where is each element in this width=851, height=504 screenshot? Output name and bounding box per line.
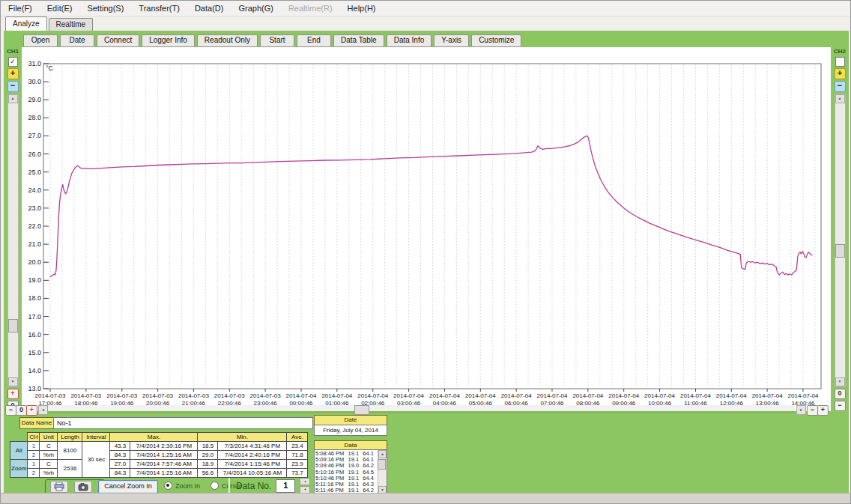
toolbar-button-open[interactable]: Open bbox=[23, 34, 58, 47]
stats-max-value: 27.0 bbox=[110, 460, 130, 469]
stats-header-max: Max. bbox=[110, 433, 198, 442]
export-icon-group bbox=[45, 479, 105, 494]
stats-group-all: All bbox=[10, 442, 28, 460]
toolbar-button-connect[interactable]: Connect bbox=[97, 34, 139, 47]
y-tick-label: 25.0 bbox=[28, 168, 41, 176]
y-tick-label: 16.0 bbox=[28, 331, 41, 338]
y-tick-label: 29.0 bbox=[28, 96, 41, 103]
toolbar-button-customize[interactable]: Customize bbox=[471, 34, 521, 47]
cancel-zoom-in-button[interactable]: Cancel Zoom In bbox=[98, 480, 158, 494]
spin-up-icon[interactable]: ▲ bbox=[300, 478, 310, 485]
stats-ave-value: 71.8 bbox=[287, 451, 308, 460]
menu-item-realtime: Realtime(R) bbox=[281, 1, 340, 16]
zero-icon: 0 bbox=[19, 406, 23, 413]
data-no-input[interactable]: 1 bbox=[276, 479, 295, 493]
stats-ave-value: 73.7 bbox=[287, 469, 308, 478]
menu-item-setting[interactable]: Setting(S) bbox=[79, 1, 131, 16]
y-tick-label: 15.0 bbox=[28, 349, 41, 356]
menu-item-help[interactable]: Help(H) bbox=[340, 1, 384, 16]
toolbar-button-logger-info[interactable]: Logger Info bbox=[142, 34, 195, 47]
stats-ch: 2 bbox=[28, 469, 40, 478]
ch2-zoom-out-button[interactable]: − bbox=[835, 81, 846, 92]
stats-unit: C bbox=[40, 460, 58, 469]
toolbar-button-start[interactable]: Start bbox=[260, 34, 294, 47]
ch1-zoom-in-button[interactable]: + bbox=[7, 68, 19, 79]
ch2-visibility-checkbox[interactable] bbox=[835, 57, 845, 67]
y-tick-label: 19.0 bbox=[28, 276, 41, 284]
data-name-value[interactable]: No-1 bbox=[53, 417, 313, 429]
stats-max-time: 7/4/2014 7:57:46 AM bbox=[130, 460, 198, 469]
toolbar-button-readout-only[interactable]: Readout Only bbox=[197, 34, 258, 47]
toolbar-button-data-table[interactable]: Data Table bbox=[333, 34, 384, 47]
toolbar-button-end[interactable]: End bbox=[297, 34, 331, 47]
stats-group-zoom: Zoom bbox=[10, 460, 28, 478]
menu-item-edit[interactable]: Edit(E) bbox=[40, 1, 80, 16]
data-listbox[interactable]: 5:08:46 PM19.164.15:09:16 PM19.164.15:09… bbox=[314, 449, 387, 495]
stats-ave-value: 23.4 bbox=[287, 442, 308, 451]
plus-icon: + bbox=[30, 406, 34, 413]
scroll-up-icon[interactable]: ▲ bbox=[8, 94, 18, 103]
stats-blank-cell bbox=[10, 433, 28, 442]
printer-icon bbox=[54, 482, 64, 491]
scroll-down-icon[interactable]: ▼ bbox=[8, 377, 18, 386]
stats-max-value: 84.3 bbox=[110, 451, 130, 460]
toolbar-button-y-axis[interactable]: Y-axis bbox=[434, 34, 469, 47]
data-list-thumb[interactable] bbox=[378, 459, 386, 470]
stats-max-time: 7/4/2014 1:25:16 AM bbox=[130, 451, 198, 460]
menu-item-data[interactable]: Data(D) bbox=[187, 1, 231, 16]
scroll-up-icon[interactable]: ▲ bbox=[835, 94, 845, 103]
capture-button[interactable] bbox=[74, 481, 92, 493]
stats-max-value: 84.3 bbox=[110, 469, 130, 478]
y-tick-label: 17.0 bbox=[28, 313, 41, 321]
menu-item-transfer[interactable]: Transfer(T) bbox=[131, 1, 187, 16]
menu-item-graph[interactable]: Graph(G) bbox=[231, 1, 280, 16]
stats-unit: %rh bbox=[40, 451, 58, 460]
ch1-axis-scrollbar[interactable]: ▲ ▼ bbox=[7, 94, 19, 387]
y-tick-label: 24.0 bbox=[28, 186, 41, 194]
ch1-zoom-out-button[interactable]: − bbox=[7, 81, 19, 92]
y-tick-label: 13.0 bbox=[28, 385, 41, 392]
ch2-label: CH2 bbox=[834, 48, 846, 55]
menu-bar: File(F)Edit(E)Setting(S)Transfer(T)Data(… bbox=[1, 1, 850, 16]
stats-length: 8100 bbox=[58, 442, 82, 460]
stats-min-time: 7/4/2014 2:40:16 PM bbox=[218, 451, 287, 460]
stats-header-length: Length bbox=[58, 433, 82, 442]
radio-selected-icon bbox=[164, 482, 172, 490]
stats-ch: 1 bbox=[28, 442, 40, 451]
ch2-scroll-thumb[interactable] bbox=[835, 244, 845, 258]
menu-item-file[interactable]: File(F) bbox=[1, 1, 40, 16]
tab-realtime[interactable]: Realtime bbox=[49, 18, 93, 31]
radio-zoom-in[interactable]: Zoom In bbox=[164, 482, 200, 490]
ch2-axis-reset-button[interactable]: 0 bbox=[835, 389, 846, 399]
print-button[interactable] bbox=[50, 481, 68, 493]
temperature-chart[interactable]: 31.030.029.028.027.026.025.024.023.022.0… bbox=[22, 47, 831, 411]
ch2-zoom-in-button[interactable]: + bbox=[835, 68, 846, 79]
stats-header-unit: Unit bbox=[40, 433, 58, 442]
ch1-axis-expand-button[interactable]: + bbox=[7, 389, 19, 399]
h-scroll-track[interactable] bbox=[47, 405, 795, 413]
app-window: File(F)Edit(E)Setting(S)Transfer(T)Data(… bbox=[0, 0, 851, 504]
toolbar-button-data-info[interactable]: Data Info bbox=[387, 34, 432, 47]
y-tick-label: 20.0 bbox=[28, 258, 41, 266]
ch1-scroll-thumb[interactable] bbox=[8, 319, 18, 333]
data-list-scrollbar[interactable]: ▲ ▼ bbox=[378, 450, 387, 494]
y-tick-label: 30.0 bbox=[28, 78, 41, 85]
ch1-visibility-checkbox[interactable]: ✓ bbox=[8, 57, 18, 67]
plus-icon: + bbox=[821, 406, 825, 413]
chart-canvas[interactable]: 31.030.029.028.027.026.025.024.023.022.0… bbox=[22, 47, 831, 411]
minus-icon: − bbox=[10, 81, 15, 90]
stats-min-value: 18.9 bbox=[198, 460, 218, 469]
scroll-down-icon[interactable]: ▼ bbox=[835, 377, 845, 386]
y-tick-label: 27.0 bbox=[28, 132, 41, 139]
stats-interval: 30 sec bbox=[82, 442, 110, 478]
tab-analyze[interactable]: Analyze bbox=[5, 16, 47, 31]
stats-header-min: Min. bbox=[198, 433, 287, 442]
stats-unit: C bbox=[40, 442, 58, 451]
plus-icon: + bbox=[10, 68, 15, 77]
plus-icon: + bbox=[10, 389, 14, 397]
stats-max-time: 7/4/2014 2:39:16 PM bbox=[130, 442, 198, 451]
ch2-axis-scrollbar[interactable]: ▲ ▼ bbox=[835, 94, 846, 387]
toolbar-button-date[interactable]: Date bbox=[60, 34, 94, 47]
stats-ch: 1 bbox=[28, 460, 40, 469]
scroll-up-icon[interactable]: ▲ bbox=[378, 450, 387, 458]
